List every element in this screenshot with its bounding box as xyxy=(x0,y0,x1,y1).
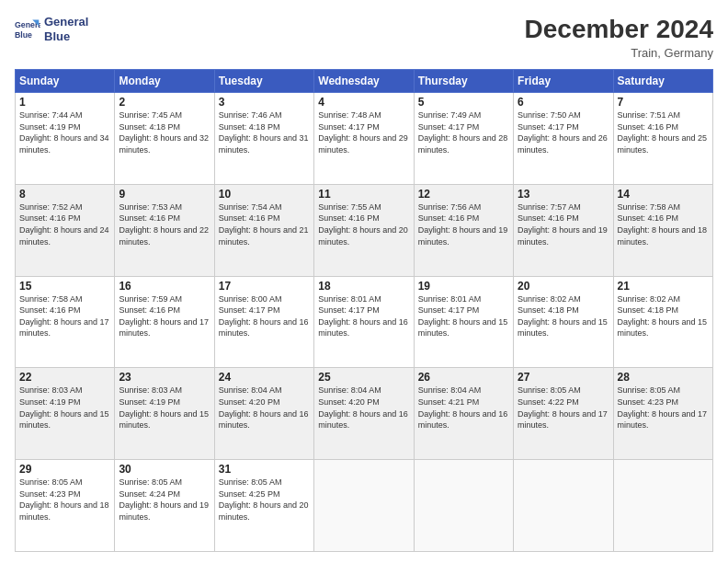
day-number: 9 xyxy=(119,188,210,201)
day-header-sunday: Sunday xyxy=(16,70,115,93)
calendar-cell: 24 Sunrise: 8:04 AMSunset: 4:20 PMDaylig… xyxy=(214,368,313,460)
calendar-cell: 27 Sunrise: 8:05 AMSunset: 4:22 PMDaylig… xyxy=(514,368,613,460)
logo: General Blue General Blue xyxy=(15,15,88,43)
month-title: December 2024 xyxy=(525,15,713,44)
day-number: 31 xyxy=(219,463,310,476)
day-number: 24 xyxy=(219,371,310,384)
calendar-cell: 13 Sunrise: 7:57 AMSunset: 4:16 PMDaylig… xyxy=(514,184,613,276)
day-number: 15 xyxy=(19,280,110,293)
calendar-cell: 23 Sunrise: 8:03 AMSunset: 4:19 PMDaylig… xyxy=(115,368,214,460)
calendar-cell xyxy=(314,460,414,552)
calendar-cell: 8 Sunrise: 7:52 AMSunset: 4:16 PMDayligh… xyxy=(16,184,115,276)
calendar-week-2: 8 Sunrise: 7:52 AMSunset: 4:16 PMDayligh… xyxy=(16,184,713,276)
day-info: Sunrise: 7:54 AMSunset: 4:16 PMDaylight:… xyxy=(219,202,309,247)
day-number: 1 xyxy=(19,96,110,109)
day-number: 12 xyxy=(418,188,509,201)
day-number: 16 xyxy=(119,280,210,293)
calendar-cell: 22 Sunrise: 8:03 AMSunset: 4:19 PMDaylig… xyxy=(16,368,115,460)
day-info: Sunrise: 7:52 AMSunset: 4:16 PMDaylight:… xyxy=(19,202,109,247)
calendar-cell: 26 Sunrise: 8:04 AMSunset: 4:21 PMDaylig… xyxy=(414,368,513,460)
day-number: 6 xyxy=(518,96,609,109)
day-number: 5 xyxy=(418,96,509,109)
calendar-cell: 3 Sunrise: 7:46 AMSunset: 4:18 PMDayligh… xyxy=(214,93,313,185)
logo-icon: General Blue xyxy=(15,17,40,42)
day-number: 29 xyxy=(19,463,110,476)
calendar-cell: 9 Sunrise: 7:53 AMSunset: 4:16 PMDayligh… xyxy=(115,184,214,276)
day-header-monday: Monday xyxy=(115,70,214,93)
day-info: Sunrise: 7:45 AMSunset: 4:18 PMDaylight:… xyxy=(119,110,209,155)
logo-line2: Blue xyxy=(44,29,88,44)
calendar-cell: 1 Sunrise: 7:44 AMSunset: 4:19 PMDayligh… xyxy=(16,93,115,185)
day-info: Sunrise: 8:04 AMSunset: 4:20 PMDaylight:… xyxy=(318,385,408,430)
day-header-tuesday: Tuesday xyxy=(214,70,313,93)
day-info: Sunrise: 8:05 AMSunset: 4:25 PMDaylight:… xyxy=(219,477,309,522)
day-info: Sunrise: 8:02 AMSunset: 4:18 PMDaylight:… xyxy=(518,294,608,339)
calendar-cell: 17 Sunrise: 8:00 AMSunset: 4:17 PMDaylig… xyxy=(214,276,313,368)
day-info: Sunrise: 8:05 AMSunset: 4:24 PMDaylight:… xyxy=(119,477,209,522)
calendar-cell: 16 Sunrise: 7:59 AMSunset: 4:16 PMDaylig… xyxy=(115,276,214,368)
calendar-header-row: SundayMondayTuesdayWednesdayThursdayFrid… xyxy=(16,70,713,93)
calendar-cell: 28 Sunrise: 8:05 AMSunset: 4:23 PMDaylig… xyxy=(613,368,712,460)
day-number: 11 xyxy=(318,188,409,201)
calendar-cell: 15 Sunrise: 7:58 AMSunset: 4:16 PMDaylig… xyxy=(16,276,115,368)
day-info: Sunrise: 8:01 AMSunset: 4:17 PMDaylight:… xyxy=(318,294,408,339)
day-info: Sunrise: 8:03 AMSunset: 4:19 PMDaylight:… xyxy=(119,385,209,430)
day-number: 18 xyxy=(318,280,409,293)
day-number: 21 xyxy=(618,280,709,293)
day-info: Sunrise: 8:00 AMSunset: 4:17 PMDaylight:… xyxy=(219,294,309,339)
day-number: 4 xyxy=(318,96,409,109)
calendar-cell: 19 Sunrise: 8:01 AMSunset: 4:17 PMDaylig… xyxy=(414,276,513,368)
calendar-cell: 21 Sunrise: 8:02 AMSunset: 4:18 PMDaylig… xyxy=(613,276,712,368)
calendar-cell xyxy=(414,460,513,552)
calendar-cell: 20 Sunrise: 8:02 AMSunset: 4:18 PMDaylig… xyxy=(514,276,613,368)
day-info: Sunrise: 8:02 AMSunset: 4:18 PMDaylight:… xyxy=(618,294,708,339)
calendar-cell xyxy=(613,460,712,552)
day-number: 13 xyxy=(518,188,609,201)
page: General Blue General Blue December 2024 … xyxy=(0,0,728,563)
calendar-cell: 31 Sunrise: 8:05 AMSunset: 4:25 PMDaylig… xyxy=(214,460,313,552)
calendar-cell: 12 Sunrise: 7:56 AMSunset: 4:16 PMDaylig… xyxy=(414,184,513,276)
day-info: Sunrise: 7:59 AMSunset: 4:16 PMDaylight:… xyxy=(119,294,209,339)
day-number: 3 xyxy=(219,96,310,109)
day-header-saturday: Saturday xyxy=(613,70,712,93)
calendar-cell: 4 Sunrise: 7:48 AMSunset: 4:17 PMDayligh… xyxy=(314,93,414,185)
day-number: 26 xyxy=(418,371,509,384)
day-number: 8 xyxy=(19,188,110,201)
calendar-cell: 29 Sunrise: 8:05 AMSunset: 4:23 PMDaylig… xyxy=(16,460,115,552)
day-info: Sunrise: 7:55 AMSunset: 4:16 PMDaylight:… xyxy=(318,202,408,247)
logo-line1: General xyxy=(44,15,88,29)
day-info: Sunrise: 8:04 AMSunset: 4:20 PMDaylight:… xyxy=(219,385,309,430)
calendar-week-3: 15 Sunrise: 7:58 AMSunset: 4:16 PMDaylig… xyxy=(16,276,713,368)
day-header-friday: Friday xyxy=(514,70,613,93)
calendar-cell: 11 Sunrise: 7:55 AMSunset: 4:16 PMDaylig… xyxy=(314,184,414,276)
day-number: 25 xyxy=(318,371,409,384)
day-info: Sunrise: 8:04 AMSunset: 4:21 PMDaylight:… xyxy=(418,385,508,430)
calendar-cell: 18 Sunrise: 8:01 AMSunset: 4:17 PMDaylig… xyxy=(314,276,414,368)
calendar-cell: 6 Sunrise: 7:50 AMSunset: 4:17 PMDayligh… xyxy=(514,93,613,185)
calendar-week-4: 22 Sunrise: 8:03 AMSunset: 4:19 PMDaylig… xyxy=(16,368,713,460)
day-info: Sunrise: 8:05 AMSunset: 4:22 PMDaylight:… xyxy=(518,385,608,430)
calendar-cell: 30 Sunrise: 8:05 AMSunset: 4:24 PMDaylig… xyxy=(115,460,214,552)
day-info: Sunrise: 7:58 AMSunset: 4:16 PMDaylight:… xyxy=(19,294,109,339)
day-info: Sunrise: 7:50 AMSunset: 4:17 PMDaylight:… xyxy=(518,110,608,155)
day-info: Sunrise: 7:49 AMSunset: 4:17 PMDaylight:… xyxy=(418,110,508,155)
day-number: 23 xyxy=(119,371,210,384)
day-info: Sunrise: 7:56 AMSunset: 4:16 PMDaylight:… xyxy=(418,202,508,247)
day-info: Sunrise: 7:51 AMSunset: 4:16 PMDaylight:… xyxy=(618,110,708,155)
calendar-cell: 14 Sunrise: 7:58 AMSunset: 4:16 PMDaylig… xyxy=(613,184,712,276)
day-info: Sunrise: 8:05 AMSunset: 4:23 PMDaylight:… xyxy=(19,477,109,522)
day-number: 2 xyxy=(119,96,210,109)
day-info: Sunrise: 7:58 AMSunset: 4:16 PMDaylight:… xyxy=(618,202,708,247)
day-number: 22 xyxy=(19,371,110,384)
calendar-cell: 2 Sunrise: 7:45 AMSunset: 4:18 PMDayligh… xyxy=(115,93,214,185)
calendar-table: SundayMondayTuesdayWednesdayThursdayFrid… xyxy=(15,69,713,552)
day-number: 17 xyxy=(219,280,310,293)
day-number: 10 xyxy=(219,188,310,201)
title-block: December 2024 Train, Germany xyxy=(525,15,713,60)
day-info: Sunrise: 7:46 AMSunset: 4:18 PMDaylight:… xyxy=(219,110,309,155)
day-info: Sunrise: 8:05 AMSunset: 4:23 PMDaylight:… xyxy=(618,385,708,430)
day-number: 27 xyxy=(518,371,609,384)
calendar-week-5: 29 Sunrise: 8:05 AMSunset: 4:23 PMDaylig… xyxy=(16,460,713,552)
day-number: 30 xyxy=(119,463,210,476)
day-number: 7 xyxy=(618,96,709,109)
